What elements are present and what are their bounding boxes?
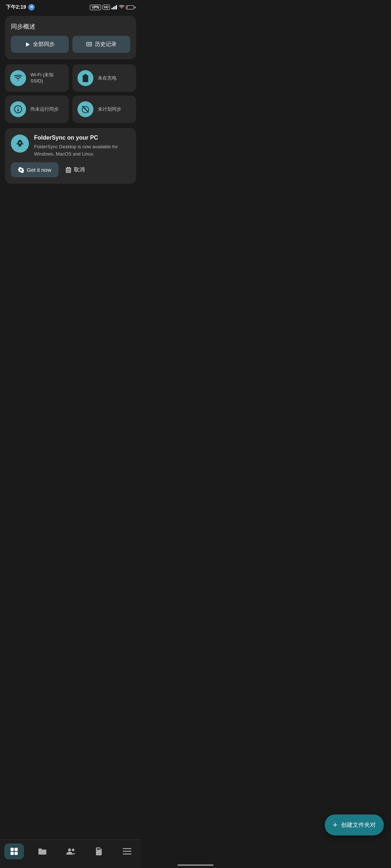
promo-title: FolderSync on your PC — [34, 135, 130, 141]
hd-badge: HD — [102, 5, 110, 10]
wifi-label: Wi-Fi (未知SSID) — [30, 72, 64, 84]
info-icon-circle — [10, 101, 26, 117]
vpn-badge: VPN — [90, 5, 101, 10]
promo-text-block: FolderSync on your PC FolderSync Desktop… — [34, 135, 130, 157]
trash-icon — [66, 167, 71, 173]
schedule-label: 未计划同步 — [98, 106, 121, 112]
schedule-status-card: 未计划同步 — [72, 95, 136, 123]
rocket-icon-circle — [11, 135, 29, 153]
svg-rect-3 — [116, 5, 117, 9]
svg-rect-5 — [87, 42, 92, 46]
status-bar: 下午2:19 VPN HD — [0, 0, 141, 13]
status-left: 下午2:19 — [6, 4, 35, 10]
wifi-icon — [14, 75, 22, 81]
svg-point-6 — [88, 43, 89, 44]
wifi-icon-circle — [10, 70, 26, 86]
cancel-button[interactable]: 取消 — [66, 166, 85, 173]
alarm-off-icon — [81, 105, 89, 113]
svg-rect-10 — [83, 75, 88, 82]
svg-point-17 — [19, 142, 21, 144]
status-right: VPN HD — [90, 5, 135, 10]
full-sync-label: 全部同步 — [33, 41, 55, 48]
history-button[interactable]: 历史记录 — [72, 36, 130, 53]
svg-rect-9 — [84, 74, 87, 75]
promo-actions: Get it now 取消 — [11, 162, 130, 177]
wifi-status-card: Wi-Fi (未知SSID) — [5, 64, 69, 92]
sync-status-label: 尚未运行同步 — [30, 106, 59, 112]
promo-description: FolderSync Desktop is now available for … — [34, 143, 130, 157]
svg-rect-7 — [89, 43, 91, 43]
info-status-card: 尚未运行同步 — [5, 95, 69, 123]
svg-rect-8 — [88, 44, 91, 45]
battery-status-card: 未在充电 — [72, 64, 136, 92]
svg-rect-13 — [18, 109, 19, 111]
alarm-off-icon-circle — [77, 101, 93, 117]
svg-marker-4 — [26, 42, 30, 47]
main-content: 同步概述 全部同步 历史记录 — [0, 13, 141, 187]
sync-overview-title: 同步概述 — [11, 22, 130, 31]
battery-icon — [82, 74, 89, 82]
get-it-now-label: Get it now — [27, 167, 51, 173]
svg-rect-2 — [114, 6, 115, 9]
promo-card: FolderSync on your PC FolderSync Desktop… — [5, 128, 136, 184]
svg-point-18 — [20, 169, 22, 171]
battery-indicator — [126, 5, 135, 9]
full-sync-button[interactable]: 全部同步 — [11, 36, 69, 53]
svg-rect-0 — [112, 8, 113, 9]
history-icon — [86, 42, 92, 47]
svg-point-12 — [18, 107, 18, 108]
sync-overview-card: 同步概述 全部同步 历史记录 — [5, 16, 136, 59]
get-it-now-button[interactable]: Get it now — [11, 162, 59, 177]
rocket-icon — [15, 139, 25, 148]
status-grid: Wi-Fi (未知SSID) 未在充电 尚未运行同步 — [5, 64, 136, 123]
wifi-status-icon — [119, 5, 125, 9]
svg-rect-21 — [67, 167, 70, 168]
app-status-icon — [28, 4, 35, 10]
battery-icon-circle — [77, 70, 93, 86]
play-icon — [25, 42, 30, 47]
time-display: 下午2:19 — [6, 4, 26, 10]
history-label: 历史记录 — [95, 41, 117, 48]
battery-label: 未在充电 — [98, 75, 117, 81]
promo-header: FolderSync on your PC FolderSync Desktop… — [11, 135, 130, 157]
gear-icon — [18, 167, 24, 173]
svg-rect-1 — [113, 7, 114, 9]
info-icon — [14, 105, 22, 113]
cancel-label: 取消 — [74, 166, 85, 173]
signal-icon — [112, 5, 117, 9]
sync-buttons-row: 全部同步 历史记录 — [11, 36, 130, 53]
